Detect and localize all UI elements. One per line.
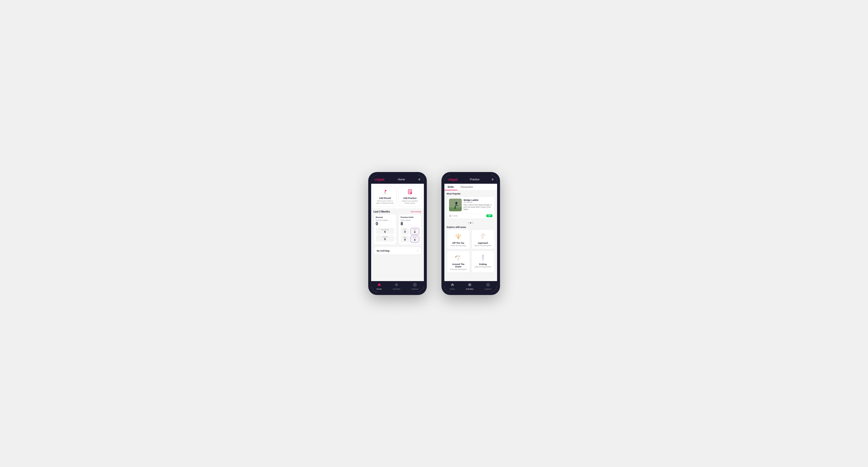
svg-point-20 xyxy=(458,234,459,235)
svg-point-36 xyxy=(459,256,460,257)
add-round-title: Add Round xyxy=(379,197,391,199)
add-round-icon xyxy=(382,189,388,196)
svg-line-28 xyxy=(483,234,483,238)
putting-desc: Make and lag practice xyxy=(475,266,491,268)
activities-nav-icon-2 xyxy=(468,283,472,287)
drills-capture-label: Drills Capture xyxy=(401,219,419,221)
explore-label: Explore skill areas xyxy=(444,224,497,229)
skill-around-the-green[interactable]: Around The Green Hone your short game xyxy=(447,251,470,273)
phone-home: clippd Home ≡ Add xyxy=(368,172,427,295)
app-logo: clippd xyxy=(375,178,384,181)
activities-nav-label-2: Activities xyxy=(466,288,474,290)
capture-nav-label: Capture xyxy=(411,288,418,290)
drill-info: Wedge Ladder ☆ 50–100 yds Play 1 shot at… xyxy=(464,198,492,211)
add-practice-desc: Capture your practice off-the-course xyxy=(401,200,419,204)
most-popular-label: Most Popular xyxy=(447,192,495,195)
home-nav-icon xyxy=(377,283,381,287)
add-practice-title: Add Practice xyxy=(403,197,416,199)
stats-container: Rounds Rounds Capture 0 Tournament 0 Pra… xyxy=(371,214,424,247)
svg-point-21 xyxy=(456,235,456,236)
capture-nav-label-2: Capture xyxy=(485,288,492,290)
dot-1 xyxy=(468,222,469,223)
app-val: 4 xyxy=(412,230,418,234)
dot-3 xyxy=(472,222,473,223)
drill-yardage: 50–100 yds xyxy=(464,201,492,203)
skill-off-the-tee[interactable]: Off The Tee Power and accuracy xyxy=(447,229,470,249)
nav-home[interactable]: Home xyxy=(376,283,382,290)
nav-activities[interactable]: Activities xyxy=(393,283,400,290)
practice-stat: Practice 0 xyxy=(376,235,394,242)
app-stat: APP 4 xyxy=(410,228,419,235)
home-content: Add Round Record your shots in fast or e… xyxy=(371,184,424,281)
activity-section-title: Last 3 Months xyxy=(374,210,390,213)
arg-val: 0 xyxy=(402,238,408,241)
putt-stat: PUTT 4 xyxy=(410,236,419,243)
practice-val: 0 xyxy=(377,238,393,241)
add-practice-card[interactable]: Add Practice Capture your practice off-t… xyxy=(399,186,422,207)
capture-nav-icon-2 xyxy=(486,283,490,287)
skill-putting[interactable]: Putting Make and lag practice xyxy=(471,251,495,273)
chevron-right-icon: › xyxy=(417,249,418,252)
tab-favourites[interactable]: Favourites xyxy=(457,184,476,190)
drill-card-wedge[interactable]: Wedge Ladder ☆ 50–100 yds Play 1 shot at… xyxy=(447,196,495,219)
bottom-nav-practice: Home Activities Capture xyxy=(444,281,497,292)
quick-actions: Add Round Record your shots in fast or e… xyxy=(371,184,424,208)
activities-nav-label: Activities xyxy=(393,288,400,290)
nav-activities-2[interactable]: Activities xyxy=(466,283,474,290)
star-icon[interactable]: ☆ xyxy=(490,198,492,201)
skill-grid: Off The Tee Power and accuracy xyxy=(444,229,497,275)
practice-tabs: Drills Favourites xyxy=(444,184,497,191)
putting-name: Putting xyxy=(479,263,487,266)
svg-point-25 xyxy=(484,236,485,236)
svg-point-30 xyxy=(482,238,483,238)
skill-approach[interactable]: Approach Dial-in to hit the green xyxy=(471,229,495,249)
tournament-stat: Tournament 0 xyxy=(376,228,394,234)
view-activity-link[interactable]: View Activity xyxy=(410,211,421,213)
app-header-home: clippd Home ≡ xyxy=(371,175,424,184)
app-logo-2: clippd xyxy=(448,178,458,181)
rounds-value: 0 xyxy=(376,221,394,226)
svg-point-45 xyxy=(469,284,470,285)
approach-icon xyxy=(478,232,487,241)
arg-stat: ARG 0 xyxy=(401,236,409,243)
capture-nav-icon xyxy=(413,283,417,287)
svg-point-27 xyxy=(485,234,485,235)
golf-bag-label: My Golf Bag xyxy=(377,250,390,252)
svg-point-6 xyxy=(396,284,397,285)
drill-badge: APP xyxy=(486,215,492,217)
phone-practice: clippd Practice ≡ Drills Favourites Most… xyxy=(441,172,500,295)
most-popular-section: Most Popular xyxy=(444,191,497,221)
nav-capture-2[interactable]: Capture xyxy=(485,283,492,290)
svg-point-22 xyxy=(460,235,461,236)
approach-name: Approach xyxy=(478,242,488,244)
home-title: Home xyxy=(398,178,405,181)
tournament-val: 0 xyxy=(377,230,393,233)
tab-drills[interactable]: Drills xyxy=(444,184,457,190)
ott-val: 0 xyxy=(402,230,408,233)
off-the-tee-name: Off The Tee xyxy=(453,242,464,244)
activity-section-header: Last 3 Months View Activity xyxy=(371,208,424,214)
app-header-practice: clippd Practice ≡ xyxy=(444,175,497,184)
drill-shots: 9 shots xyxy=(449,215,458,217)
nav-capture[interactable]: Capture xyxy=(411,283,418,290)
nav-home-2[interactable]: Home xyxy=(450,283,455,290)
ott-stat: OTT 0 xyxy=(401,228,409,235)
add-round-card[interactable]: Add Round Record your shots in fast or e… xyxy=(374,186,397,207)
carousel-dots xyxy=(444,221,497,224)
golf-bag-row[interactable]: My Golf Bag › xyxy=(374,247,422,255)
drills-card: Practice Drills Drills Capture 8 OTT 0 A… xyxy=(399,214,422,245)
off-the-tee-icon xyxy=(454,232,463,241)
svg-point-24 xyxy=(481,235,482,236)
svg-point-2 xyxy=(384,193,386,194)
putting-icon xyxy=(478,253,487,262)
dot-2 xyxy=(470,222,471,223)
drill-desc: Play 1 shot at each target yardage. If y… xyxy=(464,204,492,210)
svg-rect-1 xyxy=(385,190,385,193)
around-the-green-desc: Hone your short game xyxy=(450,269,467,270)
menu-icon[interactable]: ≡ xyxy=(418,177,420,181)
drill-name: Wedge Ladder xyxy=(464,199,479,201)
menu-icon-2[interactable]: ≡ xyxy=(492,177,493,181)
svg-point-13 xyxy=(455,202,457,204)
approach-desc: Dial-in to hit the green xyxy=(475,245,491,246)
activities-nav-icon xyxy=(395,283,399,287)
